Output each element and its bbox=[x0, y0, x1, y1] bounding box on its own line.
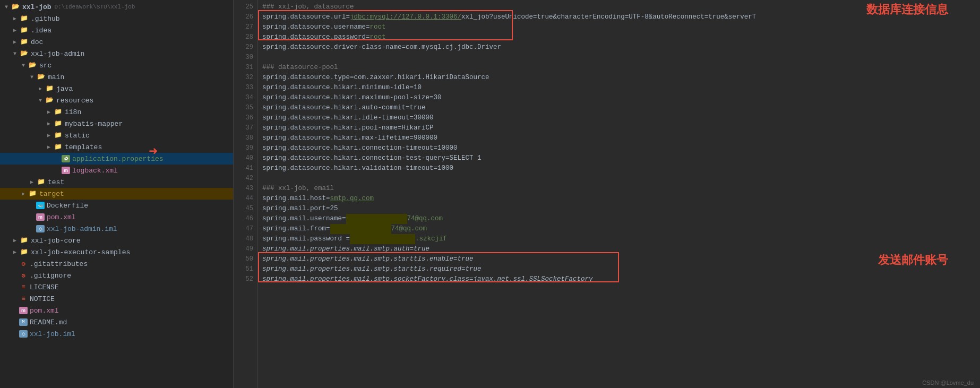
github-label: .github bbox=[31, 15, 60, 23]
sidebar-item-core[interactable]: xxl-job-core bbox=[0, 235, 233, 246]
target-label: target bbox=[39, 190, 64, 198]
line-27-val: root bbox=[370, 22, 386, 32]
sidebar-item-license[interactable]: ≡ LICENSE bbox=[0, 281, 233, 293]
i18n-folder-icon bbox=[53, 108, 63, 116]
line-32-text: spring.datasource.type=com.zaxxer.hikari… bbox=[262, 73, 489, 83]
sidebar-item-doc[interactable]: doc bbox=[0, 36, 233, 48]
license-label: LICENSE bbox=[30, 283, 59, 291]
file-tree[interactable]: xxl-job D:\IdeaWork\STU\xxl-job .github … bbox=[0, 0, 234, 388]
doc-label: doc bbox=[31, 38, 43, 46]
line-26-key: spring.datasource.url= bbox=[262, 12, 350, 22]
sidebar-item-templates[interactable]: templates bbox=[0, 141, 233, 153]
line-45-text: spring.mail.port=25 bbox=[262, 204, 338, 214]
root-iml-label: xxl-job.iml bbox=[30, 330, 75, 338]
sidebar-item-main[interactable]: main bbox=[0, 71, 233, 83]
code-line-39: spring.datasource.hikari.connection-time… bbox=[262, 143, 976, 153]
sidebar-item-mybatis[interactable]: mybatis-mapper bbox=[0, 118, 233, 130]
sidebar-item-target[interactable]: target bbox=[0, 188, 233, 200]
sidebar-item-application-properties[interactable]: ✿ application.properties bbox=[0, 153, 233, 165]
code-line-41: spring.datasource.hikari.validation-time… bbox=[262, 163, 976, 174]
admin-arrow bbox=[11, 51, 19, 57]
line-33-text: spring.datasource.hikari.minimum-idle=10 bbox=[262, 83, 422, 93]
sidebar-item-executor[interactable]: xxl-job-executor-samples bbox=[0, 246, 233, 258]
code-line-31: ### datasource-pool bbox=[262, 63, 976, 73]
sidebar-item-static[interactable]: static bbox=[0, 130, 233, 141]
sidebar-item-idea[interactable]: .idea bbox=[0, 24, 233, 36]
sidebar-item-i18n[interactable]: i18n bbox=[0, 106, 233, 118]
sidebar-item-readme[interactable]: M README.md bbox=[0, 316, 233, 328]
line-46-masked bbox=[346, 214, 407, 224]
sidebar-item-notice[interactable]: ≡ NOTICE bbox=[0, 293, 233, 305]
code-line-49: spring.mail.properties.mail.smtp.auth=tr… bbox=[262, 244, 976, 254]
sidebar-item-admin-iml[interactable]: ◇ xxl-job-admin.iml bbox=[0, 223, 233, 235]
sidebar-item-github[interactable]: .github bbox=[0, 13, 233, 24]
license-icon: ≡ bbox=[19, 283, 28, 291]
editor-panel: 25 26 27 28 29 30 31 32 33 34 35 36 37 3… bbox=[234, 0, 980, 388]
static-label: static bbox=[65, 132, 90, 140]
sidebar-item-pom-admin[interactable]: m pom.xml bbox=[0, 211, 233, 223]
i18n-arrow bbox=[45, 109, 53, 115]
line-40-text: spring.datasource.hikari.connection-test… bbox=[262, 153, 482, 163]
sidebar-item-src[interactable]: src bbox=[0, 59, 233, 71]
sidebar-item-dockerfile[interactable]: 🐳 Dockerfile bbox=[0, 200, 233, 211]
sidebar-item-test[interactable]: test bbox=[0, 176, 233, 188]
main-folder-icon bbox=[36, 73, 46, 81]
line-46-val: 74@qq.com bbox=[407, 214, 443, 224]
sidebar-item-java[interactable]: java bbox=[0, 83, 233, 94]
mybatis-arrow bbox=[45, 120, 53, 127]
sidebar-item-resources[interactable]: resources bbox=[0, 94, 233, 106]
line-49-text: spring.mail.properties.mail.smtp.auth=tr… bbox=[262, 244, 429, 254]
resources-folder-icon bbox=[45, 96, 54, 105]
src-label: src bbox=[39, 62, 51, 70]
readme-label: README.md bbox=[30, 318, 67, 326]
main-arrow bbox=[28, 74, 36, 80]
sidebar-item-gitignore[interactable]: ⚙ .gitignore bbox=[0, 270, 233, 281]
resources-label: resources bbox=[56, 97, 93, 105]
line-52-text: spring.mail.properties.mail.smtp.socketF… bbox=[262, 274, 593, 284]
sidebar-item-pom-root[interactable]: m pom.xml bbox=[0, 305, 233, 316]
admin-iml-label: xxl-job-admin.iml bbox=[47, 225, 117, 233]
code-line-50: spring.mail.properties.mail.smtp.starttl… bbox=[262, 254, 976, 264]
notice-icon: ≡ bbox=[19, 295, 28, 303]
idea-arrow bbox=[11, 27, 19, 33]
idea-label: .idea bbox=[31, 27, 51, 35]
line-36-text: spring.datasource.hikari.idle-timeout=30… bbox=[262, 113, 434, 123]
line-28-val: root bbox=[370, 32, 386, 42]
watermark: CSDN @Lovme_du bbox=[922, 380, 974, 386]
code-line-29: spring.datasource.driver-class-name=com.… bbox=[262, 42, 976, 53]
line-37-text: spring.datasource.hikari.pool-name=Hikar… bbox=[262, 123, 434, 133]
code-line-42 bbox=[262, 174, 976, 184]
executor-folder-icon bbox=[19, 248, 29, 256]
pom-admin-icon: m bbox=[36, 213, 45, 221]
target-folder-icon bbox=[28, 189, 37, 198]
core-folder-icon bbox=[19, 236, 29, 245]
code-line-32: spring.datasource.type=com.zaxxer.hikari… bbox=[262, 73, 976, 83]
sidebar-item-logback[interactable]: m logback.xml bbox=[0, 165, 233, 176]
code-editor[interactable]: ### xxl-job, datasource spring.datasourc… bbox=[258, 0, 980, 388]
line-31-text: ### datasource-pool bbox=[262, 63, 338, 73]
templates-label: templates bbox=[65, 143, 102, 151]
line-34-text: spring.datasource.hikari.maximum-pool-si… bbox=[262, 93, 442, 103]
code-line-44: spring.mail.host=smtp.qq.com bbox=[262, 194, 976, 204]
code-line-34: spring.datasource.hikari.maximum-pool-si… bbox=[262, 93, 976, 103]
static-arrow bbox=[45, 132, 53, 139]
mybatis-label: mybatis-mapper bbox=[65, 120, 123, 128]
sidebar-item-gitattributes[interactable]: ⚙ .gitattributes bbox=[0, 258, 233, 270]
java-arrow bbox=[36, 85, 45, 92]
line-41-text: spring.datasource.hikari.validation-time… bbox=[262, 163, 453, 174]
sidebar-item-admin[interactable]: xxl-job-admin bbox=[0, 48, 233, 59]
line-27-key: spring.datasource.username= bbox=[262, 22, 370, 32]
tree-root[interactable]: xxl-job D:\IdeaWork\STU\xxl-job bbox=[0, 1, 233, 13]
line-47-val: 74@qq.com bbox=[391, 224, 427, 234]
i18n-label: i18n bbox=[65, 108, 81, 116]
core-label: xxl-job-core bbox=[31, 237, 81, 245]
code-line-36: spring.datasource.hikari.idle-timeout=30… bbox=[262, 113, 976, 123]
sidebar-item-root-iml[interactable]: ◇ xxl-job.iml bbox=[0, 328, 233, 340]
line-47-key: spring.mail.from= bbox=[262, 224, 330, 234]
approp-icon: ✿ bbox=[62, 155, 70, 162]
executor-arrow bbox=[11, 249, 19, 255]
admin-folder-icon bbox=[19, 49, 29, 58]
line-48-key: spring.mail.password = bbox=[262, 234, 350, 244]
pom-root-icon: m bbox=[19, 307, 28, 314]
test-label: test bbox=[48, 178, 64, 186]
